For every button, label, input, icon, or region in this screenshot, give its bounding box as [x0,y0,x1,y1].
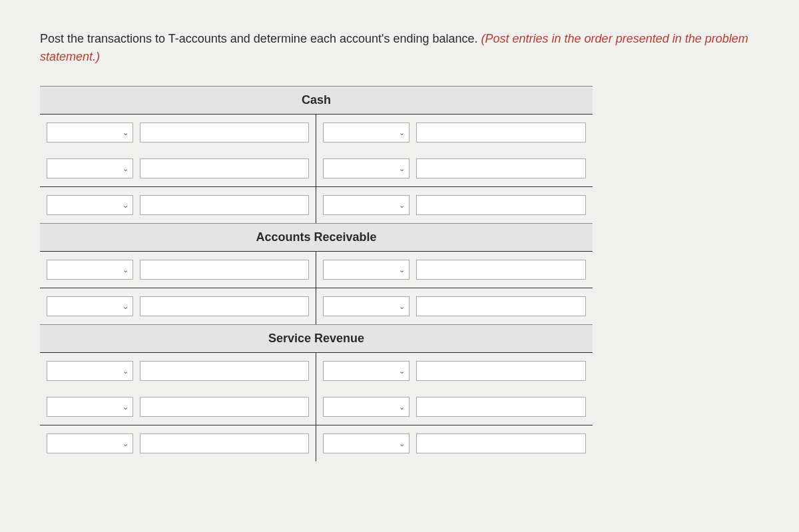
chevron-down-icon: ⌄ [123,164,129,173]
amount-input[interactable] [416,361,586,381]
amount-input[interactable] [416,158,586,178]
t-accounts-container: Cash ⌄ ⌄ ⌄ ⌄ [40,86,593,461]
debit-side: ⌄ [40,353,316,389]
account-row: ⌄ ⌄ [40,252,593,288]
debit-side: ⌄ [40,389,316,425]
debit-side: ⌄ [40,288,316,324]
entry-dropdown[interactable]: ⌄ [47,361,133,381]
entry-dropdown[interactable]: ⌄ [323,433,409,453]
credit-side: ⌄ [316,187,593,223]
amount-input[interactable] [140,361,309,381]
account-row: ⌄ ⌄ [40,115,593,150]
entry-dropdown[interactable]: ⌄ [47,296,133,316]
t-account-service-revenue: Service Revenue ⌄ ⌄ ⌄ ⌄ [40,324,593,461]
t-account-cash: Cash ⌄ ⌄ ⌄ ⌄ [40,86,593,223]
account-title: Accounts Receivable [40,223,593,251]
amount-input[interactable] [140,433,309,453]
amount-input[interactable] [416,123,586,142]
entry-dropdown[interactable]: ⌄ [323,397,409,417]
chevron-down-icon: ⌄ [399,201,405,210]
credit-side: ⌄ [316,353,593,389]
credit-side: ⌄ [316,115,593,150]
instruction-text: Post the transactions to T-accounts and … [40,30,759,66]
chevron-down-icon: ⌄ [399,302,405,311]
account-row: ⌄ ⌄ [40,389,593,425]
chevron-down-icon: ⌄ [123,201,129,210]
credit-side: ⌄ [316,425,593,461]
entry-dropdown[interactable]: ⌄ [323,195,409,215]
amount-input[interactable] [416,195,586,215]
chevron-down-icon: ⌄ [399,367,405,376]
chevron-down-icon: ⌄ [123,403,129,411]
chevron-down-icon: ⌄ [399,439,405,448]
entry-dropdown[interactable]: ⌄ [323,158,409,178]
credit-side: ⌄ [316,252,593,288]
credit-side: ⌄ [316,150,593,186]
chevron-down-icon: ⌄ [399,266,405,274]
account-row-balance: ⌄ ⌄ [40,425,593,461]
entry-dropdown[interactable]: ⌄ [47,433,133,453]
instruction-main: Post the transactions to T-accounts and … [40,32,481,45]
account-body: ⌄ ⌄ ⌄ ⌄ ⌄ [40,352,593,461]
amount-input[interactable] [416,260,586,280]
debit-side: ⌄ [40,252,316,288]
entry-dropdown[interactable]: ⌄ [323,296,409,316]
amount-input[interactable] [140,296,309,316]
debit-side: ⌄ [40,115,316,150]
debit-side: ⌄ [40,425,316,461]
credit-side: ⌄ [316,389,593,425]
chevron-down-icon: ⌄ [399,164,405,173]
chevron-down-icon: ⌄ [123,266,129,274]
entry-dropdown[interactable]: ⌄ [47,195,133,215]
debit-side: ⌄ [40,187,316,223]
account-body: ⌄ ⌄ ⌄ ⌄ [40,251,593,324]
entry-dropdown[interactable]: ⌄ [47,123,133,142]
chevron-down-icon: ⌄ [123,439,129,448]
account-row: ⌄ ⌄ [40,150,593,186]
amount-input[interactable] [140,260,309,280]
chevron-down-icon: ⌄ [123,302,129,311]
account-row-balance: ⌄ ⌄ [40,288,593,324]
credit-side: ⌄ [316,288,593,324]
entry-dropdown[interactable]: ⌄ [323,361,409,381]
account-body: ⌄ ⌄ ⌄ ⌄ ⌄ [40,114,593,223]
debit-side: ⌄ [40,150,316,186]
chevron-down-icon: ⌄ [123,129,129,137]
account-title: Service Revenue [40,324,593,352]
entry-dropdown[interactable]: ⌄ [323,123,409,142]
entry-dropdown[interactable]: ⌄ [47,260,133,280]
amount-input[interactable] [140,123,309,142]
amount-input[interactable] [140,158,309,178]
account-row: ⌄ ⌄ [40,353,593,389]
account-title: Cash [40,86,593,114]
amount-input[interactable] [416,433,586,453]
entry-dropdown[interactable]: ⌄ [47,158,133,178]
chevron-down-icon: ⌄ [399,129,405,137]
entry-dropdown[interactable]: ⌄ [323,260,409,280]
chevron-down-icon: ⌄ [399,403,405,411]
amount-input[interactable] [416,296,586,316]
amount-input[interactable] [416,397,586,417]
amount-input[interactable] [140,195,309,215]
chevron-down-icon: ⌄ [123,367,129,376]
t-account-accounts-receivable: Accounts Receivable ⌄ ⌄ ⌄ ⌄ [40,223,593,324]
entry-dropdown[interactable]: ⌄ [47,397,133,417]
amount-input[interactable] [140,397,309,417]
account-row-balance: ⌄ ⌄ [40,186,593,223]
